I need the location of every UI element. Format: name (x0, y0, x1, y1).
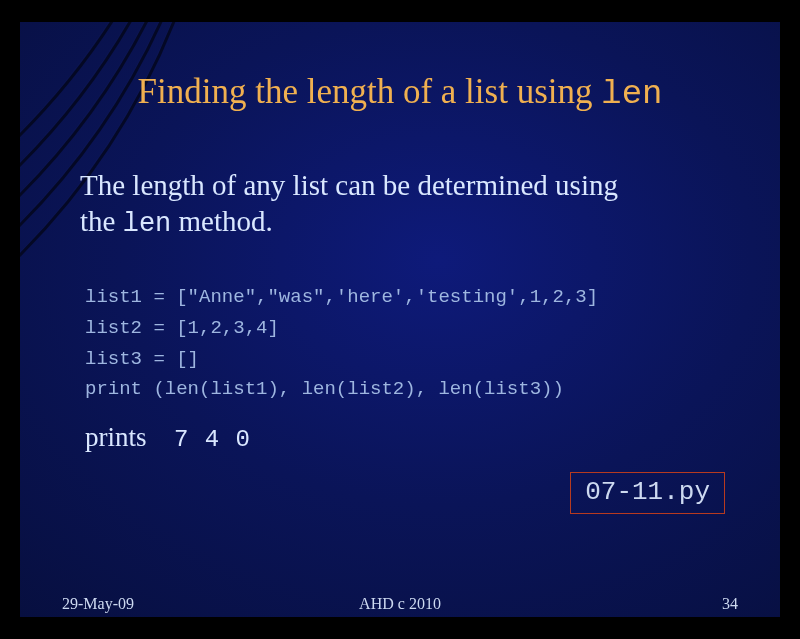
file-name: 07-11.py (585, 477, 710, 507)
footer-author: AHD c 2010 (20, 595, 780, 613)
body-text: The length of any list can be determined… (80, 167, 740, 242)
slide-content: Finding the length of a list using len T… (20, 22, 780, 617)
body-line2-suffix: method. (171, 205, 273, 237)
code-line-4: print (len(list1), len(list2), len(list3… (85, 378, 564, 400)
body-line2-prefix: the (80, 205, 123, 237)
slide-number: 34 (722, 595, 738, 613)
file-reference-box: 07-11.py (570, 472, 725, 514)
slide-title: Finding the length of a list using len (20, 72, 780, 113)
body-line1: The length of any list can be determined… (80, 169, 618, 201)
prints-label: prints (85, 422, 147, 452)
code-line-1: list1 = ["Anne","was",'here','testing',1… (85, 286, 598, 308)
code-line-2: list2 = [1,2,3,4] (85, 317, 279, 339)
slide: Finding the length of a list using len T… (20, 22, 780, 617)
title-text: Finding the length of a list using (138, 72, 602, 111)
body-line2-code: len (123, 209, 172, 239)
prints-output: 7 4 0 (159, 426, 251, 453)
code-block: list1 = ["Anne","was",'here','testing',1… (85, 282, 740, 405)
output-line: prints 7 4 0 (85, 422, 251, 453)
title-code: len (601, 75, 662, 113)
code-line-3: list3 = [] (85, 348, 199, 370)
